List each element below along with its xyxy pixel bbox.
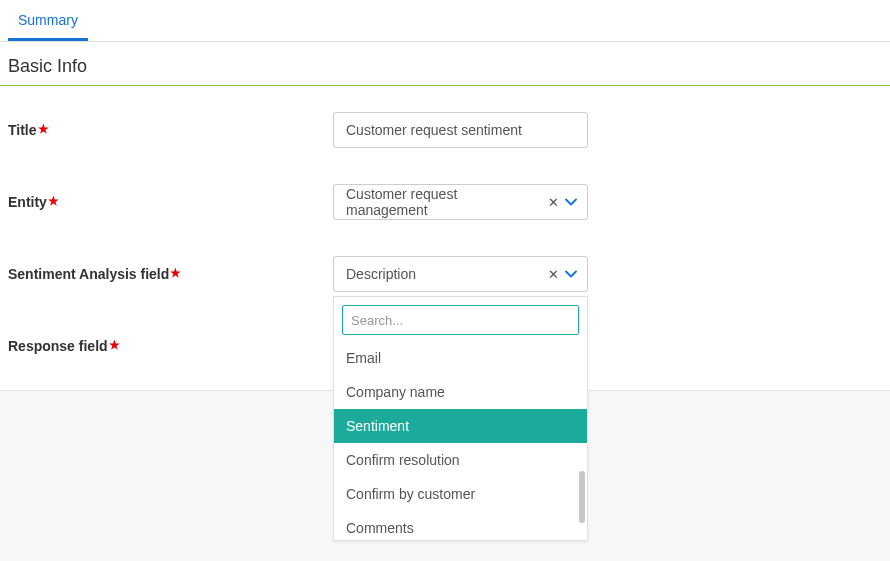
dropdown-option-confirm-resolution[interactable]: Confirm resolution	[334, 443, 587, 477]
row-title: Title★	[8, 94, 882, 166]
label-sentiment-field-text: Sentiment Analysis field	[8, 266, 169, 282]
entity-select[interactable]: Customer request management ✕	[333, 184, 588, 220]
clear-icon[interactable]: ✕	[548, 196, 559, 209]
sentiment-field-select[interactable]: Description ✕	[333, 256, 588, 292]
label-title-text: Title	[8, 122, 37, 138]
chevron-down-icon[interactable]	[565, 268, 577, 280]
required-icon: ★	[38, 122, 49, 136]
label-sentiment-field: Sentiment Analysis field★	[8, 266, 333, 282]
label-response-field-text: Response field	[8, 338, 108, 354]
label-response-field: Response field★	[8, 338, 333, 354]
row-entity: Entity★ Customer request management ✕	[8, 166, 882, 238]
required-icon: ★	[170, 266, 181, 280]
tab-summary[interactable]: Summary	[8, 0, 88, 41]
required-icon: ★	[109, 338, 120, 352]
required-icon: ★	[48, 194, 59, 208]
dropdown-option-sentiment[interactable]: Sentiment	[334, 409, 587, 443]
title-input[interactable]	[333, 112, 588, 148]
dropdown-search-input[interactable]	[342, 305, 579, 335]
clear-icon[interactable]: ✕	[548, 268, 559, 281]
dropdown-list: Email Company name Sentiment Confirm res…	[334, 341, 587, 540]
sentiment-field-select-value: Description	[346, 266, 416, 282]
dropdown-option-company-name[interactable]: Company name	[334, 375, 587, 409]
chevron-down-icon[interactable]	[565, 196, 577, 208]
tab-bar: Summary	[0, 0, 890, 42]
section-basic-info-header: Basic Info	[0, 42, 890, 86]
label-entity-text: Entity	[8, 194, 47, 210]
dropdown-option-comments[interactable]: Comments	[334, 511, 587, 540]
dropdown-option-confirm-by-customer[interactable]: Confirm by customer	[334, 477, 587, 511]
scrollbar-thumb[interactable]	[579, 471, 585, 523]
label-title: Title★	[8, 122, 333, 138]
dropdown-option-email[interactable]: Email	[334, 341, 587, 375]
response-field-dropdown: Email Company name Sentiment Confirm res…	[333, 296, 588, 541]
entity-select-value: Customer request management	[346, 186, 539, 218]
label-entity: Entity★	[8, 194, 333, 210]
